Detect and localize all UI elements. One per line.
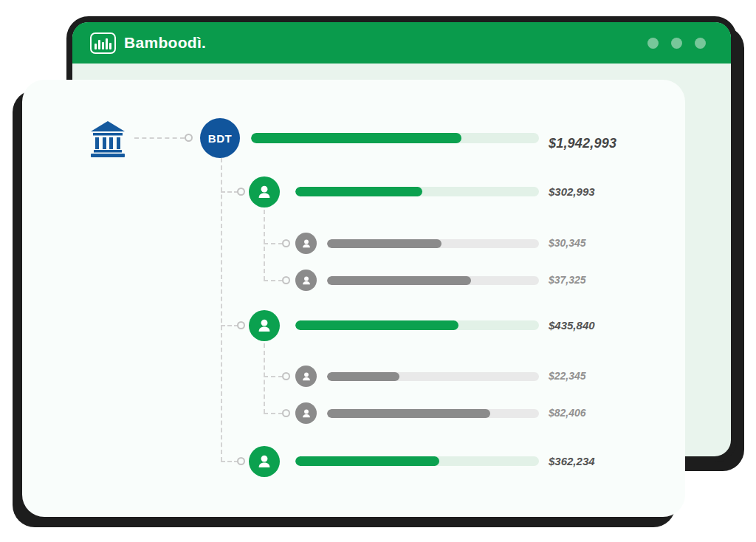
row-amount: $30,345	[549, 237, 586, 249]
person-icon[interactable]	[249, 176, 280, 207]
connector-trunk-sub1	[264, 210, 265, 281]
connector-ring	[237, 321, 245, 329]
connector-root	[134, 137, 185, 139]
connector-ring	[282, 276, 290, 284]
connector-branch	[264, 243, 283, 244]
person-icon[interactable]	[295, 402, 317, 424]
connector-branch	[221, 461, 238, 462]
person-icon[interactable]	[249, 310, 280, 341]
bar-chart-logo-icon	[90, 32, 116, 54]
person-icon[interactable]	[295, 233, 317, 254]
app-header: Bamboodì.	[72, 22, 731, 64]
page: Bamboodì.	[0, 0, 756, 542]
app-logo[interactable]: Bamboodì.	[90, 32, 206, 54]
window-dot-1[interactable]	[647, 38, 659, 49]
row-amount: $82,406	[549, 407, 586, 419]
connector-ring	[237, 188, 245, 196]
root-node-label: BDT	[208, 132, 232, 145]
connector-branch	[221, 325, 238, 326]
progress-bar	[327, 276, 539, 285]
connector-trunk-level1	[221, 158, 222, 462]
progress-bar	[327, 372, 539, 381]
connector-ring	[282, 239, 290, 247]
connector-ring	[282, 372, 290, 380]
person-icon[interactable]	[249, 446, 280, 477]
hierarchy-card: BDT $1,942,993 $302,993 $30,345	[22, 80, 685, 517]
progress-bar	[295, 187, 539, 196]
root-progress-bar	[251, 133, 539, 143]
person-icon[interactable]	[295, 270, 317, 291]
connector-ring	[237, 457, 245, 465]
row-amount: $302,993	[549, 185, 595, 198]
window-dot-3[interactable]	[695, 38, 706, 49]
connector-branch	[221, 191, 238, 193]
progress-bar	[295, 456, 539, 466]
row-amount: $362,234	[549, 455, 595, 467]
connector-trunk-sub2	[264, 343, 265, 414]
row-amount: $22,345	[549, 370, 586, 382]
root-node-bdt[interactable]: BDT	[200, 118, 240, 158]
window-dot-2[interactable]	[671, 38, 682, 49]
connector-branch	[264, 376, 283, 377]
connector-ring	[185, 134, 193, 142]
person-icon[interactable]	[295, 366, 317, 387]
progress-bar	[327, 239, 539, 248]
progress-bar	[327, 409, 539, 418]
bank-icon[interactable]	[89, 119, 127, 157]
window-controls	[647, 38, 706, 49]
row-amount: $37,325	[549, 274, 586, 286]
connector-branch	[264, 280, 283, 281]
progress-bar	[295, 320, 539, 330]
connector-ring	[282, 409, 290, 417]
brand-name: Bamboodì.	[124, 34, 206, 52]
row-amount: $435,840	[549, 319, 595, 332]
root-amount: $1,942,993	[549, 136, 616, 151]
connector-branch	[264, 413, 283, 414]
